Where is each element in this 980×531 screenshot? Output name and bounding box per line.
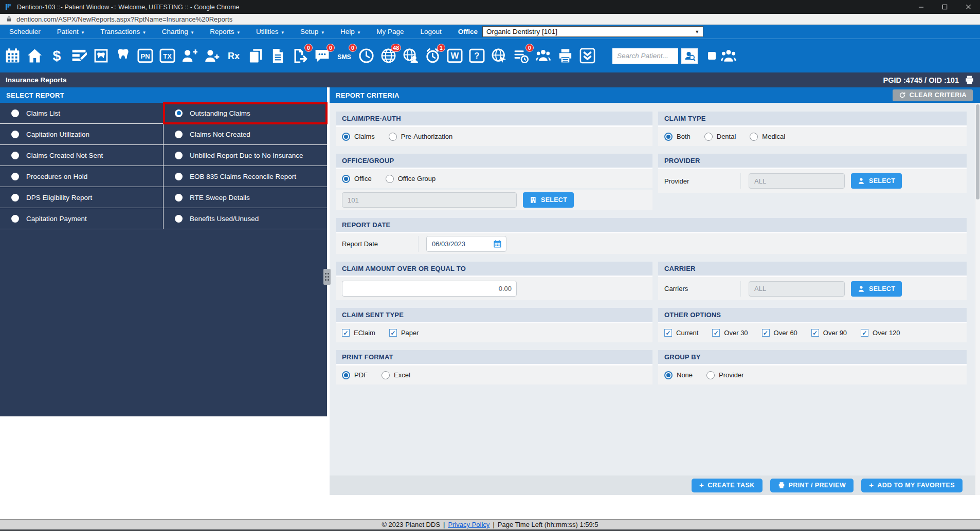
toolbar-checkbox[interactable] (708, 52, 716, 60)
radio-icon[interactable] (342, 371, 350, 379)
claims-icon[interactable]: 0 (291, 47, 308, 65)
report-option-capitation-payment[interactable]: Capitation Payment (0, 208, 164, 229)
provider-select-button[interactable]: SELECT (851, 173, 902, 189)
radio-icon[interactable] (11, 194, 19, 202)
over-60-checkbox[interactable]: ✓Over 60 (762, 329, 797, 337)
none-radio[interactable]: None (664, 371, 693, 379)
messages-icon[interactable]: 0 (313, 47, 331, 65)
watch-list-icon[interactable]: W (446, 47, 463, 65)
scheduler-icon[interactable] (4, 47, 21, 65)
report-option-claims-created-not-sent[interactable]: Claims Created Not Sent (0, 145, 164, 166)
carriers-input[interactable] (749, 281, 845, 297)
claims-radio[interactable]: Claims (342, 133, 375, 141)
radio-icon[interactable] (342, 175, 350, 183)
checkbox-icon[interactable]: ✓ (811, 329, 819, 337)
address-bar[interactable]: denticon.com/ASPX/NewReports.aspx?RptNam… (0, 14, 980, 25)
report-option-capitation-utilization[interactable]: Capitation Utilization (0, 124, 164, 145)
home-icon[interactable] (26, 47, 43, 65)
treatment-plans-icon[interactable]: TX (158, 47, 176, 65)
radio-icon[interactable] (704, 133, 713, 141)
pdf-radio[interactable]: PDF (342, 371, 368, 379)
office-select[interactable]: Organic Dentistry [101] ▼ (482, 26, 703, 37)
menu-setup[interactable]: Setup▾ (292, 25, 332, 39)
add-patient-icon[interactable] (180, 47, 198, 65)
office-id-input[interactable] (342, 192, 517, 208)
lock-icon[interactable] (6, 16, 12, 22)
tooth-chart-icon[interactable] (114, 47, 132, 65)
radio-icon[interactable] (175, 109, 183, 117)
menu-transactions[interactable]: Transactions▾ (92, 25, 153, 39)
radio-icon[interactable] (175, 194, 183, 202)
eligibility-globe-icon[interactable]: 48 (379, 47, 397, 65)
report-option-benefits-used-unused[interactable]: Benefits Used/Unused (164, 208, 327, 229)
documents-icon[interactable] (247, 47, 264, 65)
menu-my-page[interactable]: My Page (368, 25, 412, 39)
menu-logout[interactable]: Logout (412, 25, 449, 39)
provider-input[interactable] (749, 173, 845, 189)
report-option-eob-835-claims-reconcile-report[interactable]: EOB 835 Claims Reconcile Report (164, 166, 327, 187)
minimize-button[interactable] (909, 0, 933, 14)
report-date-input[interactable]: 06/03/2023 (426, 236, 506, 252)
over-120-checkbox[interactable]: ✓Over 120 (861, 329, 900, 337)
medical-radio[interactable]: Medical (750, 133, 785, 141)
radio-icon[interactable] (750, 133, 758, 141)
radio-icon[interactable] (11, 215, 19, 223)
web-access-icon[interactable] (490, 47, 507, 65)
radio-icon[interactable] (11, 131, 19, 138)
report-option-rte-sweep-details[interactable]: RTE Sweep Details (164, 187, 327, 208)
scrollbar-thumb[interactable] (976, 104, 979, 199)
radio-icon[interactable] (175, 173, 183, 180)
print-icon[interactable] (556, 47, 574, 65)
report-option-unbilled-report-due-to-no-insurance[interactable]: Unbilled Report Due to No Insurance (164, 145, 327, 166)
help-box-icon[interactable]: ? (468, 47, 485, 65)
radio-icon[interactable] (11, 152, 19, 159)
report-option-outstanding-claims[interactable]: Outstanding Claims (164, 103, 327, 124)
checkbox-icon[interactable]: ✓ (342, 329, 350, 337)
eclaim-checkbox[interactable]: ✓EClaim (342, 329, 375, 337)
menu-help[interactable]: Help▾ (332, 25, 368, 39)
household-icon[interactable] (720, 48, 737, 64)
perio-chart-icon[interactable] (92, 47, 110, 65)
office-group-radio[interactable]: Office Group (386, 175, 435, 183)
provider-radio[interactable]: Provider (706, 371, 743, 379)
claim-amount-input[interactable] (342, 281, 517, 297)
menu-patient[interactable]: Patient▾ (49, 25, 93, 39)
dental-radio[interactable]: Dental (704, 133, 736, 141)
print-preview-button[interactable]: PRINT / PREVIEW (770, 479, 854, 492)
prescriptions-icon[interactable]: Rx (225, 47, 242, 65)
menu-utilities[interactable]: Utilities▾ (248, 25, 292, 39)
sms-icon[interactable]: SMS0 (335, 47, 353, 65)
radio-icon[interactable] (175, 131, 183, 138)
menu-scheduler[interactable]: Scheduler (1, 25, 49, 39)
carrier-select-button[interactable]: SELECT (851, 281, 902, 297)
close-button[interactable] (956, 0, 980, 14)
expand-toolbar-icon[interactable] (578, 47, 596, 65)
excel-radio[interactable]: Excel (382, 371, 410, 379)
time-clock-icon[interactable] (357, 47, 375, 65)
report-option-claims-not-created[interactable]: Claims Not Created (164, 124, 327, 145)
both-radio[interactable]: Both (664, 133, 691, 141)
paper-checkbox[interactable]: ✓Paper (389, 329, 419, 337)
checkbox-icon[interactable]: ✓ (712, 329, 720, 337)
add-to-favorites-button[interactable]: + ADD TO MY FAVORITES (861, 479, 963, 492)
patient-search-input[interactable] (612, 48, 678, 64)
checkbox-icon[interactable]: ✓ (861, 329, 868, 337)
pre-authorization-radio[interactable]: Pre-Authorization (389, 133, 452, 141)
criteria-scrollbar[interactable] (975, 103, 980, 495)
radio-icon[interactable] (11, 173, 19, 180)
checkbox-icon[interactable]: ✓ (664, 329, 672, 337)
patient-search-button[interactable] (681, 48, 698, 64)
patient-portal-icon[interactable] (402, 47, 419, 65)
radio-icon[interactable] (342, 133, 350, 141)
office-radio[interactable]: Office (342, 175, 372, 183)
maximize-button[interactable] (933, 0, 956, 14)
radio-icon[interactable] (664, 371, 673, 379)
menu-charting[interactable]: Charting▾ (154, 25, 202, 39)
progress-notes-icon[interactable]: PN (136, 47, 154, 65)
charting-icon[interactable] (70, 47, 87, 65)
print-page-icon[interactable] (965, 75, 974, 85)
clear-criteria-button[interactable]: CLEAR CRITERIA (893, 89, 973, 101)
report-option-claims-list[interactable]: Claims List (0, 103, 164, 124)
panel-resize-handle[interactable] (323, 269, 331, 285)
checkbox-icon[interactable]: ✓ (762, 329, 770, 337)
